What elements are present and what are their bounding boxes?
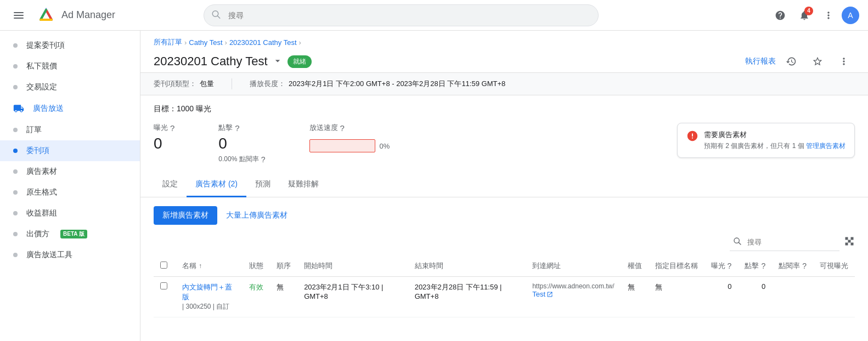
stats-area: 目標：1000 曝光 曝光 ? 0 bbox=[140, 95, 868, 173]
avatar[interactable]: A bbox=[842, 7, 859, 24]
sidebar-item-tools[interactable]: 廣告放送工具 bbox=[0, 245, 140, 265]
clicks-help-icon[interactable]: ? bbox=[235, 123, 239, 133]
truck-icon bbox=[13, 103, 24, 114]
row-select-checkbox[interactable] bbox=[160, 282, 167, 289]
search-icon bbox=[211, 9, 221, 21]
sidebar-label-tools: 廣告放送工具 bbox=[26, 250, 72, 260]
sidebar-label-trading: 交易設定 bbox=[26, 82, 57, 92]
sidebar-item-private-auction[interactable]: 私下競價 bbox=[0, 56, 140, 77]
sidebar-dot bbox=[13, 253, 18, 257]
help-button[interactable] bbox=[769, 4, 791, 26]
more-options-button[interactable] bbox=[818, 4, 839, 26]
ctr-col-help[interactable]: ? bbox=[802, 262, 807, 270]
col-viewable: 可視曝光 bbox=[813, 255, 855, 277]
sidebar-item-creatives[interactable]: 廣告素材 bbox=[0, 161, 140, 182]
sidebar-item-ad-delivery[interactable]: 廣告放送 bbox=[0, 98, 140, 120]
notification-badge: 4 bbox=[804, 7, 813, 15]
meta-order-type-value: 包量 bbox=[200, 79, 214, 89]
sidebar-item-lineitems[interactable]: 委刊項 bbox=[0, 140, 140, 161]
sidebar-item-proposals[interactable]: 提案委刊項 bbox=[0, 35, 140, 56]
impressions-help-icon[interactable]: ? bbox=[170, 123, 174, 133]
alert-title: 需要廣告素材 bbox=[704, 130, 846, 140]
alert-desc: 預期有 2 個廣告素材，但只有 1 個 管理廣告素材 bbox=[704, 141, 846, 151]
status-badge[interactable]: 就緒 bbox=[288, 55, 312, 68]
sidebar-label-audience: 收益群組 bbox=[26, 208, 57, 218]
reach-url-text: https://www.adneon.com.tw/ bbox=[532, 282, 614, 290]
stat-impressions: 曝光 ? 0 bbox=[154, 123, 174, 152]
bulk-upload-button[interactable]: 大量上傳廣告素材 bbox=[224, 206, 290, 225]
delivery-speed-help-icon[interactable]: ? bbox=[340, 123, 345, 133]
sidebar-label-orders: 訂單 bbox=[26, 125, 42, 135]
notifications-button[interactable]: 4 bbox=[793, 4, 815, 26]
breadcrumb-all-orders[interactable]: 所有訂單 bbox=[154, 37, 182, 47]
col-ctr: 點閱率 ? bbox=[772, 255, 813, 277]
favorite-button[interactable] bbox=[807, 50, 828, 72]
table-header-row: 名稱 ↑ 狀態 順序 開始時間 結束時間 到達網址 權值 指定目標名稱 bbox=[154, 255, 855, 277]
row-status: 有效 bbox=[243, 277, 270, 317]
run-report-link[interactable]: 執行報表 bbox=[745, 56, 776, 66]
table-search-wrap bbox=[730, 234, 839, 251]
app-container: Ad Manager 4 A bbox=[0, 0, 868, 341]
breadcrumb: 所有訂單 › Cathy Test › 20230201 Cathy Test … bbox=[154, 37, 855, 47]
progress-bar bbox=[309, 139, 375, 152]
row-checkbox bbox=[154, 277, 176, 317]
sidebar-item-native[interactable]: 原生格式 bbox=[0, 182, 140, 203]
row-name: 內文旋轉門＋蓋版 | 300x250 | 自訂 bbox=[176, 277, 243, 317]
sidebar-item-audience[interactable]: 收益群組 bbox=[0, 203, 140, 224]
row-target-name: 無 bbox=[649, 277, 704, 317]
row-order: 無 bbox=[270, 277, 297, 317]
top-bar: Ad Manager 4 A bbox=[0, 0, 868, 31]
progress-pct: 0% bbox=[380, 142, 390, 150]
sidebar-label-private-auction: 私下競價 bbox=[26, 61, 57, 71]
col-order: 順序 bbox=[270, 255, 297, 277]
tab-creatives[interactable]: 廣告素材 (2) bbox=[187, 173, 246, 197]
content-header: 所有訂單 › Cathy Test › 20230201 Cathy Test … bbox=[140, 31, 868, 73]
impressions-col-help[interactable]: ? bbox=[728, 262, 732, 270]
goal-text: 目標：1000 曝光 bbox=[154, 104, 855, 114]
title-dropdown-icon[interactable] bbox=[272, 55, 283, 68]
select-all-checkbox[interactable] bbox=[160, 262, 167, 269]
history-button[interactable] bbox=[780, 50, 802, 72]
clicks-col-help[interactable]: ? bbox=[761, 262, 765, 270]
creative-name-sub: | 300x250 | 自訂 bbox=[182, 302, 236, 311]
reach-url-test-link[interactable]: Test bbox=[532, 290, 545, 298]
sidebar-item-bidding[interactable]: 出價方 BETA 版 bbox=[0, 224, 140, 245]
table-search-icon bbox=[733, 237, 742, 248]
table-row: 內文旋轉門＋蓋版 | 300x250 | 自訂 有效 無 2023年2月1日 下… bbox=[154, 277, 855, 317]
row-end-time: 2023年2月28日 下午11:59 | GMT+8 bbox=[408, 277, 526, 317]
more-actions-button[interactable] bbox=[833, 50, 855, 72]
clicks-value: 0 bbox=[218, 135, 265, 152]
sidebar-item-orders[interactable]: 訂單 bbox=[0, 120, 140, 140]
add-creative-button[interactable]: 新增廣告素材 bbox=[154, 206, 217, 225]
svg-rect-1 bbox=[14, 15, 24, 16]
tab-settings[interactable]: 設定 bbox=[154, 173, 187, 197]
sidebar-dot bbox=[13, 190, 18, 195]
meta-separator bbox=[232, 78, 232, 89]
top-bar-actions: 4 A bbox=[769, 4, 859, 26]
tab-troubleshoot[interactable]: 疑難排解 bbox=[279, 173, 328, 197]
column-settings-icon[interactable] bbox=[844, 236, 855, 249]
search-input[interactable] bbox=[204, 4, 599, 26]
logo: Ad Manager bbox=[35, 4, 115, 26]
col-reach-url: 到達網址 bbox=[526, 255, 621, 277]
table-search-row bbox=[154, 234, 855, 251]
main-area: 提案委刊項 私下競價 交易設定 廣告放送 訂單 委刊項 bbox=[0, 31, 868, 341]
clicks-sub: 0.00% 點閱率 ? bbox=[218, 155, 265, 164]
col-end-time: 結束時間 bbox=[408, 255, 526, 277]
tab-forecast[interactable]: 預測 bbox=[246, 173, 279, 197]
sort-icon[interactable]: ↑ bbox=[199, 262, 202, 270]
sidebar-dot bbox=[13, 232, 18, 236]
breadcrumb-20230201-cathy-test[interactable]: 20230201 Cathy Test bbox=[229, 38, 297, 47]
meta-bar: 委刊項類型： 包量 播放長度： 2023年2月1日 下午2:00 GMT+8 -… bbox=[140, 73, 868, 95]
table-search-input[interactable] bbox=[730, 234, 839, 251]
data-table: 名稱 ↑ 狀態 順序 開始時間 結束時間 到達網址 權值 指定目標名稱 bbox=[154, 255, 855, 317]
sidebar-item-trading[interactable]: 交易設定 bbox=[0, 77, 140, 98]
alert-manage-link[interactable]: 管理廣告素材 bbox=[806, 142, 846, 150]
breadcrumb-cathy-test[interactable]: Cathy Test bbox=[189, 38, 222, 47]
row-clicks: 0 bbox=[738, 277, 772, 317]
beta-badge: BETA 版 bbox=[60, 230, 87, 238]
creative-name-link[interactable]: 內文旋轉門＋蓋版 bbox=[182, 282, 236, 302]
ctr-help-icon[interactable]: ? bbox=[261, 155, 266, 164]
external-link-icon bbox=[546, 291, 553, 298]
menu-button[interactable] bbox=[9, 5, 29, 25]
